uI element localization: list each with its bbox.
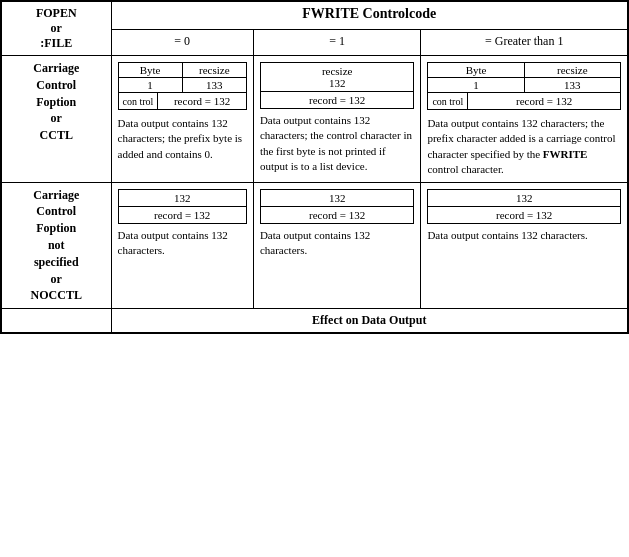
recsize-val: 133 — [182, 78, 246, 92]
cctl-col1-cell: Byte recsize 1 133 con trol — [111, 56, 253, 183]
col3-recsize-label: recsize — [524, 63, 620, 77]
nocctl-row-label: Carriage Control Foption not specified o… — [1, 182, 111, 309]
footer-empty — [1, 309, 111, 334]
nocctl-col1-record-box: 132 record = 132 — [118, 189, 247, 224]
cctl-col2-recsize: recsize 132 — [261, 63, 414, 92]
nocctl-col2-record-box: 132 record = 132 — [260, 189, 415, 224]
recsize-label: recsize — [182, 63, 246, 77]
nocctl-col1-recsize: 132 — [119, 190, 246, 207]
col1-subheader: = 0 — [111, 29, 253, 55]
control-label: con trol — [119, 93, 159, 109]
nocctl-col2-record: record = 132 — [261, 207, 414, 223]
cctl-col3-record-box: Byte recsize 1 133 con trol — [427, 62, 621, 110]
nocctl-col3-recsize: 132 — [428, 190, 620, 207]
nocctl-col3-record-box: 132 record = 132 — [427, 189, 621, 224]
cctl-col2-cell: recsize 132 record = 132 Data output con… — [253, 56, 421, 183]
nocctl-col3-record: record = 132 — [428, 207, 620, 223]
cctl-col3-desc: Data output contains 132 characters; the… — [427, 116, 621, 178]
col3-byte-val: 1 — [428, 78, 523, 92]
col3-byte-label: Byte — [428, 63, 523, 77]
byte-label: Byte — [119, 63, 182, 77]
col3-control-label: con trol — [428, 93, 468, 109]
col2-subheader: = 1 — [253, 29, 421, 55]
fwrite-header: FWRITE Controlcode — [111, 1, 628, 29]
cctl-col1-record-box: Byte recsize 1 133 con trol — [118, 62, 247, 110]
footer-label: Effect on Data Output — [111, 309, 628, 334]
nocctl-col1-cell: 132 record = 132 Data output contains 13… — [111, 182, 253, 309]
cctl-col3-cell: Byte recsize 1 133 con trol — [421, 56, 628, 183]
cctl-col2-desc: Data output contains 132 characters; the… — [260, 113, 415, 175]
record-label: record = 132 — [158, 93, 246, 109]
cctl-row-label: Carriage Control Foption or CCTL — [1, 56, 111, 183]
cctl-col1-desc: Data output contains 132 characters; the… — [118, 116, 247, 162]
col3-record-label: record = 132 — [468, 93, 620, 109]
cctl-col2-record: record = 132 — [261, 92, 414, 108]
col3-subheader: = Greater than 1 — [421, 29, 628, 55]
byte-val: 1 — [119, 78, 182, 92]
col3-recsize-val: 133 — [524, 78, 620, 92]
nocctl-col1-desc: Data output contains 132 characters. — [118, 228, 247, 259]
cctl-col2-record-box: recsize 132 record = 132 — [260, 62, 415, 109]
nocctl-col2-desc: Data output contains 132 characters. — [260, 228, 415, 259]
nocctl-col2-recsize: 132 — [261, 190, 414, 207]
nocctl-col3-cell: 132 record = 132 Data output contains 13… — [421, 182, 628, 309]
nocctl-col3-desc: Data output contains 132 characters. — [427, 228, 621, 243]
nocctl-col1-record: record = 132 — [119, 207, 246, 223]
nocctl-col2-cell: 132 record = 132 Data output contains 13… — [253, 182, 421, 309]
fopen-label: FOPEN or :FILE — [1, 1, 111, 56]
